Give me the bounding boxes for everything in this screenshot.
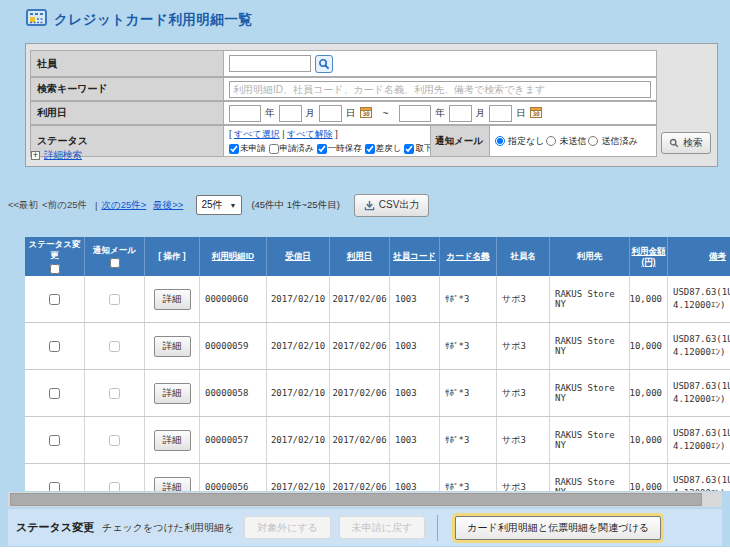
- cell-employee-code: 1003: [390, 276, 440, 322]
- pagination-prev: <前の25件: [42, 199, 87, 212]
- employee-search-icon-button[interactable]: [315, 55, 333, 73]
- column-header: 社員コード: [390, 237, 440, 276]
- date-from-month-input[interactable]: [279, 105, 302, 122]
- status-filter-checkbox[interactable]: [365, 144, 375, 154]
- expand-plus-icon[interactable]: +: [31, 151, 40, 160]
- cell-employee-code: 1003: [390, 370, 440, 416]
- notify-mail-radio[interactable]: [546, 136, 556, 146]
- cell-remark: USD87.63(1USD=114.12000ｴﾝ): [668, 464, 730, 491]
- column-header: カード名義: [440, 237, 497, 276]
- table-row: 詳細000000562017/02/102017/02/061003ｻﾎﾟ*3サ…: [25, 464, 730, 491]
- row-status-change-checkbox[interactable]: [49, 482, 60, 492]
- sortable-column-link[interactable]: 社員コード: [393, 251, 436, 262]
- cell-received-date: 2017/02/10: [267, 417, 330, 463]
- row-notify-mail-checkbox[interactable]: [109, 482, 120, 492]
- date-from-year-input[interactable]: [229, 105, 261, 122]
- select-all-column-checkbox[interactable]: [110, 258, 120, 268]
- pagination-last-link[interactable]: 最後>>: [153, 199, 183, 212]
- detail-button[interactable]: 詳細: [154, 336, 191, 357]
- table-cell: [25, 464, 85, 491]
- chevron-down-icon: ▼: [230, 202, 237, 209]
- sortable-column-link[interactable]: 備考: [709, 251, 726, 262]
- row-notify-mail-checkbox[interactable]: [109, 388, 120, 399]
- row-notify-mail-checkbox[interactable]: [109, 435, 120, 446]
- table-row: 詳細000000572017/02/102017/02/061003ｻﾎﾟ*3サ…: [25, 417, 730, 464]
- footer-divider: [437, 515, 438, 541]
- table-body: 詳細000000602017/02/102017/02/061003ｻﾎﾟ*3サ…: [25, 276, 730, 491]
- date-from-day-input[interactable]: [319, 105, 342, 122]
- csv-export-button[interactable]: CSV出力: [354, 194, 430, 217]
- sortable-column-link[interactable]: 利用金額(円): [631, 246, 666, 267]
- table-cell: 詳細: [145, 276, 200, 322]
- scrollbar-thumb[interactable]: [10, 493, 702, 506]
- cell-usage-detail-id: 00000060: [200, 276, 267, 322]
- exclude-button[interactable]: 対象外にする: [244, 516, 331, 539]
- select-all-column-checkbox[interactable]: [50, 264, 60, 274]
- row-status-change-checkbox[interactable]: [49, 388, 60, 399]
- sortable-column-link[interactable]: 利用日: [347, 251, 373, 262]
- clear-all-link[interactable]: すべて解除: [287, 129, 333, 139]
- horizontal-scrollbar[interactable]: [8, 492, 722, 507]
- row-status-change-checkbox[interactable]: [49, 435, 60, 446]
- title-bar: クレジットカード利用明細一覧: [26, 9, 252, 30]
- table-cell: 詳細: [145, 464, 200, 491]
- sortable-column-link[interactable]: 利用明細ID: [212, 251, 255, 262]
- cell-usage-detail-id: 00000059: [200, 323, 267, 369]
- year-unit: 年: [265, 107, 275, 120]
- notify-mail-radio[interactable]: [495, 136, 505, 146]
- status-filter-checkbox[interactable]: [404, 144, 414, 154]
- cell-usage-detail-id: 00000056: [200, 464, 267, 491]
- notify-mail-option-label: 未送信: [559, 135, 586, 148]
- detail-button[interactable]: 詳細: [154, 430, 191, 451]
- page-size-select[interactable]: 25件 ▼: [196, 195, 242, 215]
- keyword-input[interactable]: [229, 81, 651, 98]
- row-status-change-checkbox[interactable]: [49, 294, 60, 305]
- cell-card-holder: ｻﾎﾟ*3: [440, 417, 497, 463]
- associate-details-button[interactable]: カード利用明細と伝票明細を関連づける: [455, 516, 661, 540]
- date-to-month-input[interactable]: [449, 105, 472, 122]
- cell-usage-detail-id: 00000057: [200, 417, 267, 463]
- detail-button[interactable]: 詳細: [154, 383, 191, 404]
- calendar-icon[interactable]: 30: [530, 104, 542, 122]
- select-all-link[interactable]: すべて選択: [234, 129, 280, 139]
- detail-button[interactable]: 詳細: [154, 477, 191, 492]
- detail-button[interactable]: 詳細: [154, 289, 191, 310]
- cell-usage-date: 2017/02/06: [330, 276, 390, 322]
- pagination-toolbar: <<最初 <前の25件 | 次の25件> 最後>> 25件 ▼ (45件中 1件…: [8, 192, 722, 218]
- month-unit: 月: [306, 107, 316, 120]
- revert-unapplied-button[interactable]: 未申請に戻す: [339, 516, 425, 539]
- page-title: クレジットカード利用明細一覧: [54, 11, 252, 29]
- search-icon: [669, 138, 679, 148]
- page-size-value: 25件: [201, 198, 222, 212]
- status-filter-checkbox[interactable]: [269, 144, 279, 154]
- sortable-column-link[interactable]: 受信日: [285, 251, 311, 262]
- cell-usage-date: 2017/02/06: [330, 323, 390, 369]
- row-status-change-checkbox[interactable]: [49, 341, 60, 352]
- cell-usage-detail-id: 00000058: [200, 370, 267, 416]
- date-to-year-input[interactable]: [399, 105, 431, 122]
- table-cell: [25, 417, 85, 463]
- date-to-day-input[interactable]: [489, 105, 512, 122]
- column-header: ステータス変更: [25, 237, 85, 276]
- row-notify-mail-checkbox[interactable]: [109, 294, 120, 305]
- advanced-search-link[interactable]: 詳細検索: [44, 149, 82, 162]
- column-header: 社員名: [497, 237, 550, 276]
- search-button[interactable]: 検索: [661, 132, 711, 154]
- pagination-first: <<最初: [8, 199, 38, 212]
- sortable-column-link[interactable]: カード名義: [447, 251, 490, 262]
- cell-card-holder: ｻﾎﾟ*3: [440, 464, 497, 491]
- notify-mail-options: 指定なし未送信送信済み: [489, 125, 657, 157]
- table-cell: [85, 323, 145, 369]
- pagination-next-link[interactable]: 次の25件>: [101, 199, 146, 212]
- cell-remark: USD87.63(1USD=114.12000ｴﾝ): [668, 323, 730, 369]
- day-unit: 日: [516, 107, 526, 120]
- column-header: 利用日: [330, 237, 390, 276]
- status-filter-checkbox[interactable]: [317, 144, 327, 154]
- table-cell: [25, 323, 85, 369]
- employee-input[interactable]: [229, 55, 311, 72]
- status-filter-checkbox[interactable]: [229, 144, 239, 154]
- table-row: 詳細000000592017/02/102017/02/061003ｻﾎﾟ*3サ…: [25, 323, 730, 370]
- row-notify-mail-checkbox[interactable]: [109, 341, 120, 352]
- notify-mail-radio[interactable]: [588, 136, 598, 146]
- calendar-icon[interactable]: 30: [360, 104, 372, 122]
